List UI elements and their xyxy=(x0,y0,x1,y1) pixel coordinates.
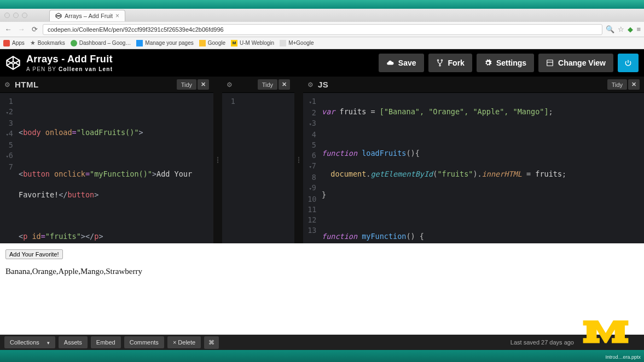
reload-button[interactable]: ⟳ xyxy=(30,25,39,34)
change-view-button[interactable]: Change View xyxy=(538,54,613,72)
search-icon[interactable]: 🔍 xyxy=(606,25,614,33)
embed-button[interactable]: Embed xyxy=(91,336,121,348)
css-editor-pane: ⚙ Tidy ✕ 1 xyxy=(222,77,294,243)
gear-icon xyxy=(484,59,492,67)
svg-rect-7 xyxy=(547,60,553,66)
pane-close-button[interactable]: ✕ xyxy=(279,79,290,90)
pane-close-button[interactable]: ✕ xyxy=(628,79,640,90)
save-button[interactable]: Save xyxy=(379,54,424,72)
svg-point-4 xyxy=(437,60,438,61)
bookmark-item[interactable]: Google xyxy=(199,40,225,46)
svg-marker-0 xyxy=(56,13,61,19)
html-code-editor[interactable]: 1 ▾2 3 ▾4 5 ▾6 7 <body onload="loadFruit… xyxy=(0,93,213,243)
codepen-footer: Collections▾ Assets Embed Comments × Del… xyxy=(0,335,644,350)
html-editor-pane: ⚙ HTML Tidy ✕ 1 ▾2 3 ▾4 5 ▾6 7 <body onl… xyxy=(0,77,213,243)
svg-point-6 xyxy=(439,65,440,66)
output-preview: Add Your Favorite! Banana,Orange,Apple,M… xyxy=(0,243,644,341)
js-editor-pane: ⚙ JS Tidy ✕ ▾1 2 ▾3 4 5 6 ▾7 8 ▾9 10 11 … xyxy=(303,77,644,243)
add-favorite-button[interactable]: Add Your Favorite! xyxy=(5,249,63,259)
svg-point-5 xyxy=(441,60,442,61)
layout-icon xyxy=(546,59,554,67)
codepen-logo-icon[interactable] xyxy=(5,55,21,71)
settings-button[interactable]: Settings xyxy=(477,54,534,72)
pane-resizer[interactable] xyxy=(213,77,222,243)
bookmark-item[interactable]: Manage your pages xyxy=(136,40,193,46)
window-controls[interactable] xyxy=(4,13,27,18)
comments-button[interactable]: Comments xyxy=(124,336,164,348)
js-code-editor[interactable]: ▾1 2 ▾3 4 5 6 ▾7 8 ▾9 10 11 12 13 var fr… xyxy=(303,93,644,243)
bookmark-item[interactable]: MU-M Weblogin xyxy=(231,40,274,46)
bookmark-item[interactable]: M+Google xyxy=(280,40,314,46)
power-icon xyxy=(624,59,632,67)
fork-icon xyxy=(436,59,444,67)
taskbar-file-hint: Introd…era.pptx xyxy=(605,354,641,360)
cloud-icon xyxy=(386,59,394,67)
pane-close-button[interactable]: ✕ xyxy=(198,79,209,90)
assets-button[interactable]: Assets xyxy=(59,336,88,348)
pane-settings-icon[interactable]: ⚙ xyxy=(308,81,314,89)
pane-label-js: JS xyxy=(318,80,328,89)
pen-title: Arrays - Add Fruit xyxy=(26,54,113,65)
profile-button[interactable] xyxy=(618,54,639,72)
browser-tab-bar: Arrays – Add Fruit × xyxy=(0,9,644,22)
tidy-button[interactable]: Tidy xyxy=(607,79,627,90)
pane-settings-icon[interactable]: ⚙ xyxy=(4,81,10,89)
apps-button[interactable]: Apps xyxy=(3,40,25,46)
pen-byline: A PEN BY Colleen van Lent xyxy=(26,66,113,72)
pane-settings-icon[interactable]: ⚙ xyxy=(227,81,233,89)
bookmark-bar: Apps ★Bookmarks Dashboard – Goog… Manage… xyxy=(0,37,644,49)
delete-button[interactable]: × Delete xyxy=(167,336,201,348)
bookmark-item[interactable]: ★Bookmarks xyxy=(30,39,65,46)
fruits-output: Banana,Orange,Apple,Mango,Strawberry xyxy=(5,267,639,276)
keyboard-shortcuts-button[interactable]: ⌘ xyxy=(204,336,219,349)
tab-close-icon[interactable]: × xyxy=(115,12,119,20)
pane-label-html: HTML xyxy=(15,80,39,89)
collections-button[interactable]: Collections▾ xyxy=(4,336,55,348)
tidy-button[interactable]: Tidy xyxy=(177,79,196,90)
bookmark-item[interactable]: Dashboard – Goog… xyxy=(71,40,131,46)
tab-title: Arrays – Add Fruit xyxy=(65,13,113,19)
codepen-header: Arrays - Add Fruit A PEN BY Colleen van … xyxy=(0,49,644,77)
back-button[interactable]: ← xyxy=(3,25,13,34)
extension-icon[interactable]: ◆ xyxy=(628,25,633,33)
codepen-favicon-icon xyxy=(55,13,62,19)
address-bar[interactable]: codepen.io/ColleenEMc/pen/92ccf99f3291c5… xyxy=(43,24,602,35)
pane-resizer[interactable] xyxy=(294,77,303,243)
michigan-logo-icon xyxy=(581,314,631,352)
fork-button[interactable]: Fork xyxy=(428,54,472,72)
menu-icon[interactable]: ≡ xyxy=(636,25,641,33)
browser-tab[interactable]: Arrays – Add Fruit × xyxy=(49,10,125,21)
tidy-button[interactable]: Tidy xyxy=(258,79,277,90)
css-code-editor[interactable]: 1 xyxy=(222,93,294,243)
forward-button[interactable]: → xyxy=(16,25,26,34)
star-icon[interactable]: ☆ xyxy=(618,25,624,33)
save-status: Last saved 27 days ago xyxy=(510,339,574,346)
